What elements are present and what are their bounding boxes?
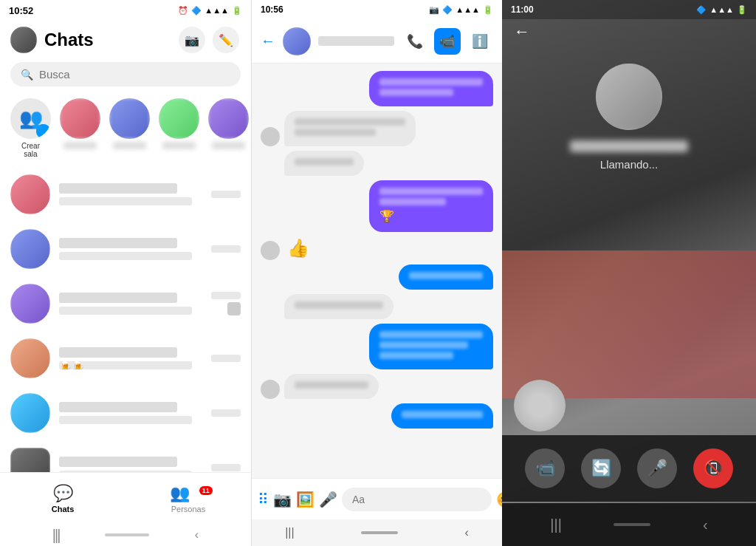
create-room-avatar: 👥 +: [10, 98, 51, 139]
chat-unread-3: [227, 302, 241, 315]
mute-btn[interactable]: 🎤: [637, 448, 677, 488]
message-row-3: [261, 151, 493, 176]
back-button-chat[interactable]: ←: [261, 33, 275, 50]
message-row-8: [261, 374, 493, 399]
camera-icon-btn[interactable]: 📷: [179, 27, 205, 53]
gallery-icon[interactable]: 🖼️: [296, 491, 315, 508]
status-icons-3: 🔷 ▲▲▲ 🔋: [696, 5, 747, 15]
chat-item-5[interactable]: [0, 386, 251, 440]
nav-personas[interactable]: 👥 11 Personas: [126, 473, 251, 524]
chat-time-4: [211, 355, 241, 362]
back-button-call[interactable]: ←: [514, 22, 530, 41]
end-call-btn[interactable]: 📵: [693, 448, 733, 488]
search-icon: 🔍: [21, 69, 33, 81]
home-bar-1: ||| ‹: [0, 524, 251, 546]
home-indicator-1[interactable]: [105, 533, 149, 536]
multitask-icon[interactable]: |||: [52, 527, 60, 544]
signal-icon: ▲▲▲: [205, 6, 229, 15]
chat-item-6[interactable]: [0, 440, 251, 472]
nav-chats-label: Chats: [52, 505, 75, 513]
story-1[interactable]: [60, 98, 100, 158]
message-bubble-6: [284, 294, 394, 319]
search-bar[interactable]: 🔍: [10, 62, 241, 86]
chat-avatar-2: [10, 229, 50, 269]
emoji-message: 👍: [284, 236, 312, 260]
search-input[interactable]: [39, 68, 230, 81]
end-call-icon: 📵: [704, 459, 724, 478]
chat-preview-1: [59, 197, 192, 205]
chats-title: Chats: [44, 30, 171, 50]
header-icons: 📷 ✏️: [179, 27, 239, 53]
status-time-1: 10:52: [9, 5, 33, 16]
chat-action-buttons: 📞 📹 ℹ️: [402, 28, 493, 55]
video-call-btn[interactable]: 📹: [434, 28, 461, 55]
message-bubble-5: [399, 265, 493, 290]
multitask-icon-2[interactable]: |||: [285, 526, 294, 539]
chat-panel: 10:56 📷 🔷 ▲▲▲ 🔋 ← 📞 📹 ℹ️: [251, 0, 502, 546]
contact-avatar: [283, 27, 311, 55]
personas-nav-icon: 👥: [170, 484, 190, 502]
status-bar-2: 10:56 📷 🔷 ▲▲▲ 🔋: [252, 0, 502, 19]
recv-avatar-2: [261, 127, 280, 146]
back-gesture-3[interactable]: ‹: [703, 516, 708, 533]
user-avatar[interactable]: [10, 27, 37, 53]
bottom-nav-1: 💬 Chats 👥 11 Personas: [0, 472, 251, 524]
message-row-2: [261, 111, 493, 146]
story-label-2: [113, 142, 146, 149]
story-avatar-1: [60, 98, 100, 139]
message-bubble-8: [284, 374, 379, 399]
home-indicator-3[interactable]: [614, 523, 650, 526]
chat-time-6: [211, 464, 241, 471]
chat-item-1[interactable]: [0, 167, 251, 222]
bluetooth-icon: 🔷: [191, 6, 202, 16]
chat-item-2[interactable]: [0, 222, 251, 276]
edit-icon-btn[interactable]: ✏️: [213, 27, 239, 53]
status-time-3: 11:00: [511, 4, 534, 15]
chats-header: Chats 📷 ✏️: [0, 21, 251, 59]
chat-time-5: [211, 409, 241, 417]
call-status-icon3: 🔋: [737, 5, 747, 15]
status-time-2: 10:56: [261, 4, 284, 15]
battery-icon: 🔋: [232, 6, 242, 16]
chat-list: 🍺🍺: [0, 167, 251, 472]
call-controls: 📹 🔄 🎤 📵: [502, 435, 756, 502]
status-bar-3: 11:00 🔷 ▲▲▲ 🔋: [502, 0, 756, 19]
flip-camera-btn[interactable]: 🔄: [581, 448, 621, 488]
chat-time-3: [211, 292, 241, 299]
status-icons-1: ⏰ 🔷 ▲▲▲ 🔋: [178, 6, 242, 16]
message-row-5: [261, 265, 493, 290]
message-input[interactable]: [342, 488, 492, 511]
nav-chats[interactable]: 💬 Chats: [0, 473, 126, 524]
recv-avatar-8: [261, 380, 280, 399]
status-bar-1: 10:52 ⏰ 🔷 ▲▲▲ 🔋: [0, 0, 251, 21]
message-row-emoji: 👍: [261, 236, 493, 260]
recv-avatar-emoji: [261, 241, 280, 260]
story-3[interactable]: [159, 98, 199, 158]
info-btn[interactable]: ℹ️: [467, 28, 493, 55]
story-label-1: [63, 142, 97, 149]
message-bubble-9: [391, 403, 493, 429]
create-room-story[interactable]: 👥 + Crearsala: [10, 98, 51, 158]
home-indicator-2[interactable]: [361, 531, 398, 534]
chat-avatar-5: [10, 393, 50, 433]
story-4[interactable]: [208, 98, 249, 158]
chat-item-3[interactable]: [0, 276, 251, 331]
story-2[interactable]: [109, 98, 150, 158]
mic-ctrl-icon: 🎤: [647, 459, 667, 478]
multitask-icon-3[interactable]: |||: [550, 516, 562, 533]
chat-item-4[interactable]: 🍺🍺: [0, 331, 251, 386]
chat-preview-4: 🍺🍺: [59, 361, 192, 369]
phone-call-btn[interactable]: 📞: [402, 28, 428, 55]
back-gesture-1[interactable]: ‹: [195, 528, 199, 542]
back-gesture-2[interactable]: ‹: [464, 526, 468, 539]
camera-input-icon[interactable]: 📷: [273, 491, 292, 508]
chat-name-6: [59, 457, 177, 467]
chat-time-1: [211, 191, 241, 198]
stickers-icon[interactable]: ⠿: [258, 491, 269, 508]
chat-name-1: [59, 183, 177, 194]
recv-avatar-3: [261, 157, 280, 176]
chat-avatar-1: [10, 174, 50, 214]
call-status-icon2: ▲▲▲: [709, 5, 734, 15]
toggle-camera-btn[interactable]: 📹: [525, 448, 565, 488]
mic-icon[interactable]: 🎤: [319, 491, 337, 508]
